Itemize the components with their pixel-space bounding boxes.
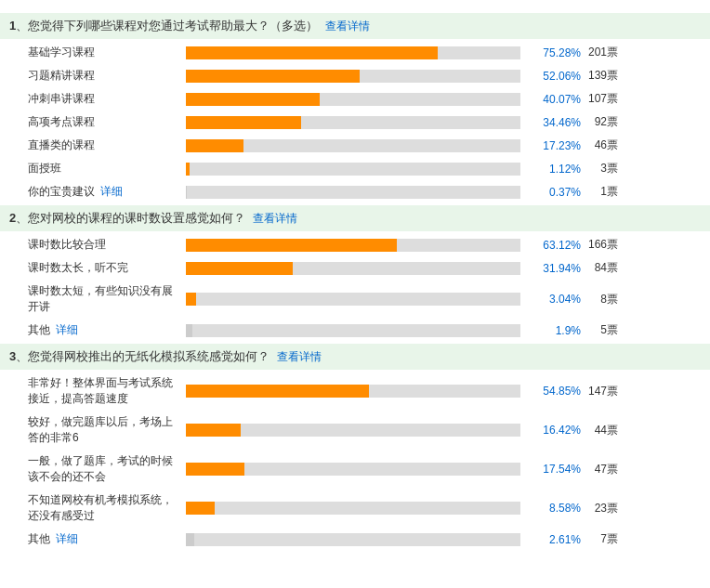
percent-value: 17.54% <box>530 463 581 476</box>
row-label: 基础学习课程 <box>28 45 177 60</box>
table-row: 较好，做完题库以后，考场上答的非常616.42%44票 <box>0 411 710 450</box>
bar-fill <box>186 262 293 275</box>
table-row: 其他 详细2.61%7票 <box>0 528 710 551</box>
bar-container <box>186 93 520 106</box>
bar-container <box>186 533 520 546</box>
bar-fill <box>186 46 438 59</box>
row-label: 不知道网校有机考模拟系统，还没有感受过 <box>28 492 177 524</box>
section-number: 1、您觉得下列哪些课程对您通过考试帮助最大？（多选） <box>9 19 318 33</box>
table-row: 你的宝贵建议 详细0.37%1票 <box>0 180 710 203</box>
bar-container <box>186 262 520 275</box>
bar-container <box>186 70 520 83</box>
row-label-text: 冲刺串讲课程 <box>28 91 95 107</box>
bar-fill <box>186 324 192 337</box>
row-label-text: 一般，做了题库，考试的时候该不会的还不会 <box>28 453 177 485</box>
row-label-text: 直播类的课程 <box>28 137 95 153</box>
row-label-text: 习题精讲课程 <box>28 68 95 84</box>
bar-container <box>186 324 520 337</box>
section-number: 2、您对网校的课程的课时数设置感觉如何？ <box>9 211 245 225</box>
bar-fill <box>186 93 320 106</box>
section-header-3: 3、您觉得网校推出的无纸化模拟系统感觉如何？查看详情 <box>0 344 710 370</box>
row-detail-link[interactable]: 详细 <box>100 184 123 200</box>
row-label: 一般，做了题库，考试的时候该不会的还不会 <box>28 453 177 485</box>
row-label-text: 面授班 <box>28 161 61 176</box>
row-label-text: 高项考点课程 <box>28 114 95 130</box>
bar-fill <box>186 139 243 152</box>
table-row: 一般，做了题库，考试的时候该不会的还不会17.54%47票 <box>0 450 710 489</box>
percent-value: 63.12% <box>530 239 581 252</box>
votes-value: 5票 <box>581 322 618 338</box>
bar-container <box>186 186 520 199</box>
percent-value: 40.07% <box>530 93 581 106</box>
bar-container <box>186 502 520 515</box>
section-detail-link[interactable]: 查看详情 <box>253 212 297 225</box>
row-label: 其他 详细 <box>28 322 177 338</box>
votes-value: 46票 <box>581 137 618 153</box>
row-label-text: 其他 <box>28 322 50 338</box>
percent-value: 8.58% <box>530 502 581 515</box>
bar-container <box>186 385 520 398</box>
row-detail-link[interactable]: 详细 <box>56 322 78 338</box>
percent-value: 31.94% <box>530 262 581 275</box>
section-detail-link[interactable]: 查看详情 <box>277 350 322 363</box>
votes-value: 44票 <box>581 423 618 438</box>
percent-value: 1.12% <box>530 163 581 176</box>
votes-value: 107票 <box>581 91 618 107</box>
bar-fill <box>186 293 196 306</box>
bar-container <box>186 424 520 437</box>
bar-fill <box>186 463 244 476</box>
row-label: 你的宝贵建议 详细 <box>28 184 177 200</box>
bar-fill <box>186 163 190 176</box>
row-label-text: 其他 <box>28 531 50 547</box>
votes-value: 47票 <box>581 462 618 477</box>
table-row: 面授班1.12%3票 <box>0 157 710 180</box>
row-detail-link[interactable]: 详细 <box>56 531 78 547</box>
section-header-1: 1、您觉得下列哪些课程对您通过考试帮助最大？（多选）查看详情 <box>0 13 710 39</box>
votes-value: 23票 <box>581 501 618 516</box>
table-row: 课时数太短，有些知识没有展开讲3.04%8票 <box>0 280 710 319</box>
row-label: 习题精讲课程 <box>28 68 177 84</box>
row-label: 非常好！整体界面与考试系统接近，提高答题速度 <box>28 375 177 407</box>
votes-value: 8票 <box>581 292 618 307</box>
row-label-text: 不知道网校有机考模拟系统，还没有感受过 <box>28 492 177 524</box>
table-row: 习题精讲课程52.06%139票 <box>0 64 710 87</box>
row-label: 较好，做完题库以后，考场上答的非常6 <box>28 414 177 446</box>
bar-fill <box>186 70 360 83</box>
table-row: 冲刺串讲课程40.07%107票 <box>0 87 710 111</box>
bar-fill <box>186 239 397 252</box>
percent-value: 52.06% <box>530 70 581 83</box>
section-detail-link[interactable]: 查看详情 <box>325 20 370 33</box>
table-row: 课时数太长，听不完31.94%84票 <box>0 256 710 280</box>
table-row: 非常好！整体界面与考试系统接近，提高答题速度54.85%147票 <box>0 372 710 411</box>
bar-fill <box>186 186 187 199</box>
bar-container <box>186 116 520 129</box>
votes-value: 92票 <box>581 114 618 130</box>
bar-container <box>186 463 520 476</box>
row-label-text: 非常好！整体界面与考试系统接近，提高答题速度 <box>28 375 177 407</box>
row-label: 直播类的课程 <box>28 137 177 153</box>
bar-fill <box>186 385 369 398</box>
bar-fill <box>186 116 301 129</box>
votes-value: 1票 <box>581 184 618 200</box>
bar-container <box>186 163 520 176</box>
bar-container <box>186 139 520 152</box>
percent-value: 2.61% <box>530 533 581 546</box>
table-row: 其他 详细1.9%5票 <box>0 319 710 342</box>
row-label: 面授班 <box>28 161 177 176</box>
table-row: 直播类的课程17.23%46票 <box>0 134 710 157</box>
table-row: 高项考点课程34.46%92票 <box>0 111 710 134</box>
bar-container <box>186 46 520 59</box>
votes-value: 166票 <box>581 237 618 253</box>
row-label: 其他 详细 <box>28 531 177 547</box>
row-label-text: 你的宝贵建议 <box>28 184 95 200</box>
row-label-text: 课时数太长，听不完 <box>28 260 128 276</box>
percent-value: 75.28% <box>530 46 581 59</box>
row-label: 冲刺串讲课程 <box>28 91 177 107</box>
section-number: 3、您觉得网校推出的无纸化模拟系统感觉如何？ <box>9 349 270 363</box>
votes-value: 7票 <box>581 531 618 547</box>
percent-value: 34.46% <box>530 116 581 129</box>
votes-value: 3票 <box>581 161 618 176</box>
section-rows-2: 课时数比较合理63.12%166票课时数太长，听不完31.94%84票课时数太短… <box>0 231 710 344</box>
row-label: 课时数太长，听不完 <box>28 260 177 276</box>
percent-value: 54.85% <box>530 385 581 398</box>
